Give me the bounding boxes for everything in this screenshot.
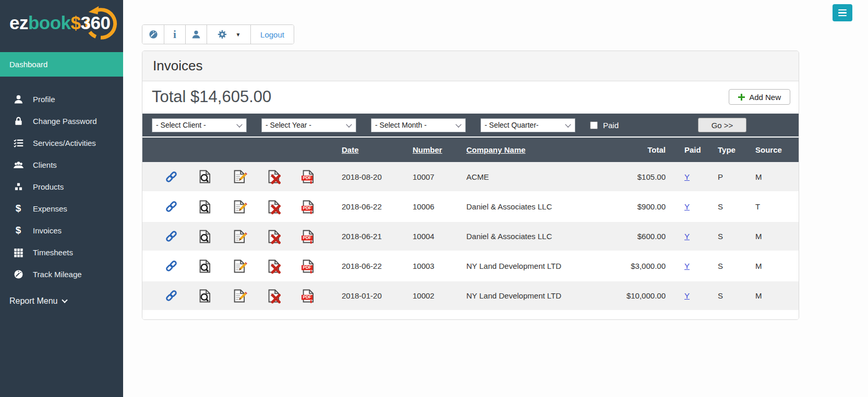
paid-link[interactable]: Y	[684, 232, 690, 241]
edit-invoice-icon[interactable]	[232, 229, 247, 244]
year-select[interactable]: - Select Year -	[261, 118, 356, 132]
pdf-download-icon[interactable]	[300, 288, 316, 304]
invoice-number: 10004	[398, 221, 453, 251]
invoice-total: $3,000.00	[604, 251, 667, 281]
sidebar-item-label: Change Password	[33, 117, 97, 126]
invoice-total: $900.00	[604, 192, 667, 221]
user-icon	[11, 94, 25, 105]
invoice-source: M	[739, 281, 799, 311]
invoice-company: Daniel & Associates LLC	[453, 192, 604, 221]
delete-invoice-icon[interactable]	[266, 288, 282, 304]
link-icon[interactable]	[164, 200, 178, 214]
row-actions-cell	[142, 221, 330, 251]
report-menu-label: Report Menu	[9, 296, 58, 306]
sidebar-item-profile[interactable]: Profile	[0, 88, 123, 110]
delete-invoice-icon[interactable]	[266, 199, 282, 215]
paid-filter: Paid	[590, 121, 619, 130]
link-icon[interactable]	[164, 229, 178, 243]
invoices-total: Total $14,605.00	[152, 88, 271, 106]
invoice-source: T	[739, 192, 799, 221]
sidebar-item-change-password[interactable]: Change Password	[0, 110, 123, 132]
dollar-icon: $	[11, 225, 25, 236]
quarter-select[interactable]: - Select Quarter-	[480, 118, 575, 132]
pdf-download-icon[interactable]	[300, 229, 316, 244]
sidebar-nav: Profile Change Password Services/Activit…	[0, 88, 123, 285]
edit-invoice-icon[interactable]	[232, 258, 247, 274]
invoices-table: Date Number Company Name Total Paid Type…	[142, 138, 799, 311]
preview-invoice-icon[interactable]	[197, 288, 213, 304]
link-icon[interactable]	[164, 259, 178, 273]
invoice-company: ACME	[453, 162, 604, 192]
dashboard-toolbar-button[interactable]	[142, 25, 164, 44]
paid-link[interactable]: Y	[684, 202, 690, 211]
preview-invoice-icon[interactable]	[197, 169, 213, 184]
delete-invoice-icon[interactable]	[266, 169, 282, 184]
sidebar-item-clients[interactable]: Clients	[0, 154, 123, 176]
go-button[interactable]: Go >>	[698, 118, 746, 132]
invoice-paid-cell: Y	[667, 162, 704, 192]
sidebar-item-products[interactable]: Products	[0, 176, 123, 197]
invoice-date: 2018-06-21	[330, 221, 398, 251]
preview-invoice-icon[interactable]	[197, 199, 213, 215]
gear-icon	[217, 29, 227, 40]
edit-invoice-icon[interactable]	[232, 199, 247, 215]
client-select-wrap: - Select Client -	[152, 118, 247, 132]
link-icon[interactable]	[164, 170, 178, 184]
pdf-download-icon[interactable]	[300, 169, 316, 184]
sidebar-item-timesheets[interactable]: Timesheets	[0, 241, 123, 263]
hamburger-menu-icon	[838, 9, 847, 11]
settings-dropdown-button[interactable]: ▼	[207, 25, 250, 44]
table-row: 2018-06-21 10004 Daniel & Associates LLC…	[142, 221, 799, 251]
sidebar-item-expenses[interactable]: $ Expenses	[0, 197, 123, 219]
preview-invoice-icon[interactable]	[197, 258, 213, 274]
main-content: i ▼ Logout Invoices Total $14,605.00 Add…	[123, 0, 868, 397]
sidebar-item-services-activities[interactable]: Services/Activities	[0, 132, 123, 154]
invoice-type: S	[704, 251, 739, 281]
add-new-button[interactable]: Add New	[729, 89, 790, 105]
row-actions-cell	[142, 281, 330, 311]
paid-link[interactable]: Y	[684, 172, 690, 181]
edit-invoice-icon[interactable]	[232, 288, 247, 304]
link-icon[interactable]	[164, 289, 178, 303]
paid-link[interactable]: Y	[684, 262, 690, 270]
table-row: 2018-06-22 10003 NY Land Development LTD…	[142, 251, 799, 281]
sort-by-company-link[interactable]: Company Name	[466, 145, 525, 154]
paid-checkbox[interactable]	[590, 121, 598, 129]
add-new-label: Add New	[749, 93, 781, 102]
sidebar-item-label: Timesheets	[33, 248, 73, 257]
pdf-download-icon[interactable]	[300, 199, 316, 215]
client-select[interactable]: - Select Client -	[152, 118, 247, 132]
quarter-select-wrap: - Select Quarter-	[480, 118, 575, 132]
pdf-download-icon[interactable]	[300, 258, 316, 274]
top-toolbar: i ▼ Logout	[142, 24, 294, 44]
sidebar-item-dashboard[interactable]: Dashboard	[0, 52, 123, 77]
green-plus-icon	[738, 94, 745, 101]
logo-text-dollar: $	[71, 13, 81, 33]
type-column-header: Type	[704, 138, 739, 162]
hamburger-menu-button[interactable]	[833, 4, 852, 21]
preview-invoice-icon[interactable]	[197, 229, 213, 244]
sort-by-number-link[interactable]: Number	[413, 145, 442, 154]
users-icon	[11, 159, 25, 170]
sort-by-date-link[interactable]: Date	[342, 145, 359, 154]
edit-invoice-icon[interactable]	[232, 169, 247, 184]
logo-text-360: 360	[81, 13, 111, 33]
delete-invoice-icon[interactable]	[266, 229, 282, 244]
chevron-down-icon	[62, 297, 67, 303]
sidebar-item-track-mileage[interactable]: Track Mileage	[0, 263, 123, 285]
invoice-paid-cell: Y	[667, 192, 704, 221]
profile-toolbar-button[interactable]	[185, 25, 207, 44]
sidebar-item-invoices[interactable]: $ Invoices	[0, 219, 123, 241]
logo-text-ez: ez	[9, 13, 28, 33]
info-toolbar-button[interactable]: i	[164, 25, 185, 44]
paid-link[interactable]: Y	[684, 291, 690, 300]
invoice-company: NY Land Development LTD	[453, 251, 604, 281]
filter-bar: - Select Client - - Select Year - - Sele…	[142, 114, 799, 138]
logout-button[interactable]: Logout	[250, 25, 294, 44]
sidebar-item-label: Products	[33, 182, 64, 191]
month-select-wrap: - Select Month -	[371, 118, 466, 132]
sidebar-item-label: Track Mileage	[33, 270, 82, 279]
month-select[interactable]: - Select Month -	[371, 118, 466, 132]
sidebar-item-report-menu[interactable]: Report Menu	[0, 296, 123, 306]
delete-invoice-icon[interactable]	[266, 258, 282, 274]
